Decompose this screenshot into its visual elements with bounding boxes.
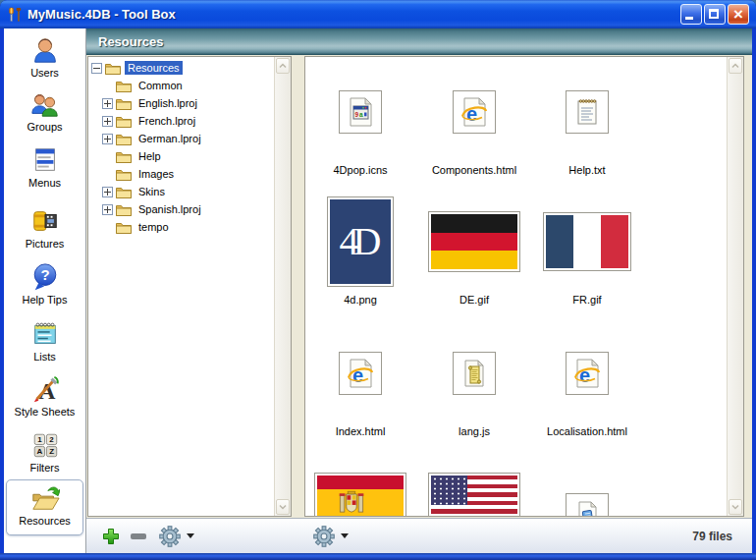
expand-expander-icon[interactable] (102, 204, 113, 215)
tree-item-label[interactable]: Skins (135, 185, 168, 198)
close-button[interactable] (728, 4, 749, 25)
folder-icon (116, 97, 132, 110)
4d-logo-image: 4D (330, 199, 391, 284)
tree-scrollbar[interactable] (274, 57, 291, 516)
ie-html-file-icon (459, 96, 490, 128)
sidebar-item-filters[interactable]: Filters (6, 430, 83, 474)
sidebar-item-lists[interactable]: Lists (6, 319, 83, 363)
file-item[interactable]: 4D 4d.png (306, 193, 414, 306)
tree-action-menu-button[interactable] (159, 526, 181, 547)
file-item[interactable] (420, 454, 528, 517)
us-flag-canton (431, 476, 467, 505)
tree-item-label[interactable]: Images (135, 167, 177, 181)
tree-row[interactable]: Images (90, 165, 273, 183)
tree-row[interactable]: Skins (90, 183, 273, 200)
expand-expander-icon[interactable] (102, 98, 113, 109)
remove-file-button[interactable] (128, 526, 149, 547)
file-item[interactable] (306, 454, 414, 517)
sidebar-item-groups[interactable]: Groups (6, 89, 83, 133)
tree-row[interactable]: Spanish.lproj (90, 200, 273, 218)
file-label: DE.gif (420, 294, 528, 306)
tree-item-label[interactable]: French.lproj (135, 114, 198, 128)
sidebar-item-label: Style Sheets (6, 406, 83, 418)
tree-row[interactable]: Help (90, 147, 273, 165)
folder-icon (116, 186, 132, 198)
sidebar-item-style-sheets[interactable]: Style Sheets (6, 374, 83, 418)
sidebar-item-resources[interactable]: Resources (6, 479, 83, 535)
expand-expander-icon[interactable] (102, 116, 113, 127)
file-label: FR.gif (533, 294, 641, 306)
add-file-button[interactable] (100, 526, 122, 547)
dropdown-arrow-icon[interactable] (187, 533, 194, 538)
bottom-toolbar: 79 files (86, 518, 752, 553)
file-label: Components.html (420, 164, 528, 176)
title-bar[interactable]: MyMusic.4DB - Tool Box (0, 0, 756, 28)
sidebar-item-pictures[interactable]: Pictures (6, 206, 83, 250)
tree-item-label[interactable]: Resources (125, 61, 183, 75)
sidebar-item-menus[interactable]: Menus (6, 145, 83, 189)
file-label: Index.html (306, 425, 414, 437)
blue-document-file-icon (571, 499, 603, 517)
pictures-icon (30, 206, 60, 236)
file-item[interactable]: lang.js (420, 324, 528, 437)
chevron-down-icon (277, 500, 289, 514)
sidebar-item-label: Users (6, 67, 83, 79)
file-item[interactable]: Help.txt (533, 63, 641, 176)
file-item[interactable]: Components.html (420, 63, 528, 176)
file-grid-scrollbar[interactable] (727, 57, 743, 516)
german-flag-image (431, 214, 517, 269)
scroll-down-button[interactable] (729, 499, 742, 515)
tree-item-label[interactable]: English.lproj (135, 96, 200, 110)
tree-item-label[interactable]: German.lproj (135, 132, 204, 145)
tree-item-label[interactable]: Help (135, 149, 164, 163)
tree-item-label[interactable]: Common (135, 79, 186, 92)
folder-icon (116, 203, 132, 216)
scroll-up-button[interactable] (729, 58, 742, 74)
scroll-down-button[interactable] (276, 499, 290, 515)
scroll-up-button[interactable] (276, 58, 290, 74)
section-header: Resources (86, 28, 752, 55)
minimize-button[interactable] (680, 4, 702, 25)
maximize-button[interactable] (704, 4, 726, 25)
file-item[interactable]: DE.gif (420, 193, 528, 306)
tree-item-label[interactable]: Spanish.lproj (135, 202, 204, 216)
sidebar-item-label: Menus (6, 177, 83, 189)
filters-icon (30, 430, 60, 460)
toolbox-window: MyMusic.4DB - Tool Box Users Groups Menu… (0, 0, 756, 560)
file-label: lang.js (420, 425, 528, 437)
tree-row[interactable]: German.lproj (90, 130, 273, 147)
sidebar-item-users[interactable]: Users (6, 35, 83, 79)
sidebar: Users Groups Menus Pictures Help Tips Li… (4, 28, 86, 553)
file-item[interactable]: FR.gif (533, 193, 641, 306)
tree-row[interactable]: English.lproj (90, 94, 273, 112)
file-item[interactable] (533, 466, 641, 517)
chevron-down-icon (729, 500, 741, 514)
folder-icon (116, 115, 132, 128)
us-flag-image (431, 476, 517, 517)
tree-row[interactable]: French.lproj (90, 112, 273, 130)
file-item[interactable]: Index.html (306, 324, 414, 437)
dropdown-arrow-icon[interactable] (341, 533, 349, 538)
expand-expander-icon[interactable] (102, 134, 113, 144)
collapse-expander-icon[interactable] (91, 63, 102, 74)
folder-tree: Resources Common English.lproj (90, 59, 273, 514)
tree-row[interactable]: Common (90, 77, 273, 94)
file-action-menu-button[interactable] (313, 526, 335, 547)
plus-icon (102, 528, 120, 545)
ie-html-file-icon (345, 358, 376, 389)
file-label: Help.txt (533, 164, 641, 176)
gear-icon (313, 526, 335, 547)
folder-icon (116, 168, 132, 181)
file-label: 4Dpop.icns (306, 164, 414, 176)
resources-folder-icon (30, 483, 60, 513)
expand-expander-icon[interactable] (102, 187, 113, 197)
tree-row[interactable]: Resources (90, 59, 273, 77)
french-flag-image (546, 215, 628, 268)
spanish-flag-image (317, 476, 404, 517)
help-tips-icon (30, 262, 60, 292)
file-item[interactable]: 4Dpop.icns (306, 63, 414, 176)
sidebar-item-help-tips[interactable]: Help Tips (6, 262, 83, 306)
tree-item-label[interactable]: tempo (135, 220, 172, 234)
tree-row[interactable]: tempo (90, 218, 273, 236)
file-item[interactable]: Localisation.html (533, 324, 641, 437)
